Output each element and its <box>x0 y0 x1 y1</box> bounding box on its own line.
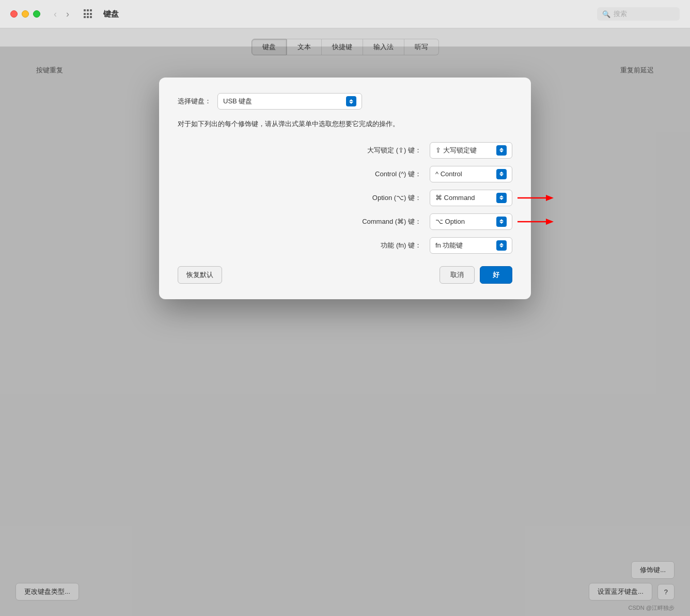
modifier-keys-dialog: 选择键盘： USB 键盘 对于如下列出的每个修饰键，请从弹出式菜单中选取您想要它… <box>159 78 531 299</box>
control-row: Control (^) 键： ^ Control <box>178 166 512 182</box>
dialog-backdrop: 选择键盘： USB 键盘 对于如下列出的每个修饰键，请从弹出式菜单中选取您想要它… <box>0 47 690 616</box>
window-title: 键盘 <box>103 9 119 19</box>
titlebar: ‹ › 键盘 🔍 搜索 <box>0 0 690 28</box>
option-row: Option (⌥) 键： ⌘ Command <box>178 190 512 206</box>
function-arrow-icon <box>496 240 507 251</box>
function-dropdown[interactable]: fn 功能键 <box>430 237 512 254</box>
capslock-dropdown[interactable]: ⇪ 大写锁定键 <box>430 142 512 159</box>
option-dropdown[interactable]: ⌘ Command <box>430 190 512 206</box>
keyboard-dropdown[interactable]: USB 键盘 <box>217 93 362 110</box>
dialog-action-buttons: 取消 好 <box>440 266 512 284</box>
search-icon: 🔍 <box>602 10 610 18</box>
command-value: ⌥ Option <box>435 218 465 225</box>
capslock-value: ⇪ 大写锁定键 <box>435 146 477 155</box>
capslock-row: 大写锁定 (⇪) 键： ⇪ 大写锁定键 <box>178 142 512 159</box>
ok-button[interactable]: 好 <box>480 266 512 284</box>
control-value: ^ Control <box>435 170 462 178</box>
red-arrow-option <box>518 192 554 204</box>
forward-button[interactable]: › <box>63 8 72 21</box>
cancel-button[interactable]: 取消 <box>440 266 475 284</box>
select-keyboard-label: 选择键盘： <box>178 97 211 106</box>
dialog-description: 对于如下列出的每个修饰键，请从弹出式菜单中选取您想要它完成的操作。 <box>178 119 512 130</box>
restore-defaults-button[interactable]: 恢复默认 <box>178 266 222 284</box>
capslock-arrow-icon <box>496 145 507 156</box>
close-button[interactable] <box>10 10 18 18</box>
dialog-footer: 恢复默认 取消 好 <box>178 266 512 284</box>
keyboard-value: USB 键盘 <box>223 97 252 106</box>
red-arrow-command <box>518 215 554 228</box>
svg-marker-3 <box>546 219 554 225</box>
function-label: 功能 (fn) 键： <box>318 241 421 250</box>
minimize-button[interactable] <box>22 10 29 18</box>
control-label: Control (^) 键： <box>318 170 421 179</box>
function-value: fn 功能键 <box>435 241 463 250</box>
control-arrow-icon <box>496 169 507 179</box>
maximize-button[interactable] <box>33 10 40 18</box>
nav-buttons: ‹ › <box>51 8 72 21</box>
search-box[interactable]: 🔍 搜索 <box>597 7 680 21</box>
function-row: 功能 (fn) 键： fn 功能键 <box>178 237 512 254</box>
command-label: Command (⌘) 键： <box>318 217 421 226</box>
select-keyboard-row: 选择键盘： USB 键盘 <box>178 93 512 110</box>
command-arrow-icon <box>496 217 507 227</box>
capslock-label: 大写锁定 (⇪) 键： <box>318 146 421 155</box>
grid-icon[interactable] <box>84 9 93 19</box>
option-arrow-icon <box>496 193 507 203</box>
back-button[interactable]: ‹ <box>51 8 60 21</box>
modifier-section: 大写锁定 (⇪) 键： ⇪ 大写锁定键 Control (^) 键： ^ Con… <box>178 142 512 254</box>
control-dropdown[interactable]: ^ Control <box>430 166 512 182</box>
command-dropdown[interactable]: ⌥ Option <box>430 213 512 230</box>
dropdown-arrow-icon <box>346 96 356 106</box>
option-value: ⌘ Command <box>435 194 475 202</box>
option-label: Option (⌥) 键： <box>318 193 421 203</box>
svg-marker-1 <box>546 195 554 201</box>
search-placeholder: 搜索 <box>614 9 627 19</box>
command-row: Command (⌘) 键： ⌥ Option <box>178 213 512 230</box>
traffic-lights <box>10 10 40 18</box>
